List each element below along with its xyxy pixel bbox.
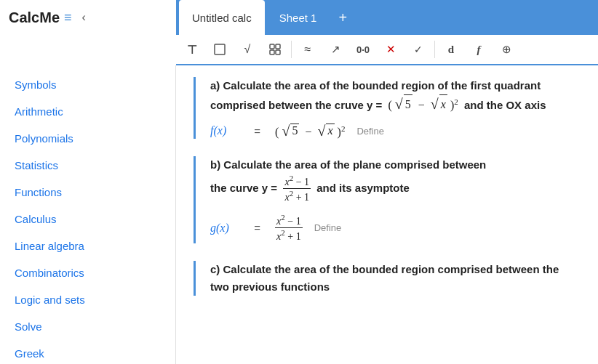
logo-text: CalcMe (9, 9, 60, 26)
func-a-name: f(x) (210, 124, 239, 137)
fraction-mode-button[interactable] (262, 37, 288, 62)
toolbar-separator-1 (291, 41, 292, 58)
sidebar-item-solve[interactable]: Solve (0, 313, 175, 340)
logo-icon: ≡ (64, 10, 72, 25)
problem-b-text: b) Calculate the area of the plane compr… (210, 156, 581, 204)
sidebar: Symbols Arithmetic Polynomials Statistic… (0, 65, 176, 364)
matrix-mode-button[interactable]: 0·0 (350, 37, 376, 62)
svg-rect-0 (215, 44, 225, 54)
problem-block-c: c) Calculate the area of the bounded reg… (194, 261, 581, 296)
check-mode-button[interactable]: ✓ (405, 37, 431, 62)
problem-a-math: ( √5 − √x )2 (386, 99, 461, 111)
sidebar-item-logic-sets[interactable]: Logic and sets (0, 286, 175, 313)
derivative-mode-button[interactable]: d (438, 37, 464, 62)
func-b-define[interactable]: Define (314, 222, 342, 233)
tilde-mode-button[interactable]: ≈ (295, 37, 321, 62)
func-a-expr: ( √5 − √x )2 (275, 124, 345, 139)
collapse-button[interactable]: ‹ (76, 8, 92, 27)
func-b-expr: x2 − 1 x2 + 1 (275, 213, 303, 243)
app-header: CalcMe ≡ ‹ Untitled calc Sheet 1 + (0, 0, 598, 35)
math-mode-button[interactable] (207, 37, 233, 62)
sidebar-item-calculus[interactable]: Calculus (0, 206, 175, 232)
sidebar-item-polynomials[interactable]: Polynomials (0, 125, 175, 152)
special-mode-button[interactable]: ⊕ (493, 37, 519, 62)
problem-block-a: a) Calculate the area of the bounded reg… (194, 77, 581, 139)
problem-c-text: c) Calculate the area of the bounded reg… (210, 261, 581, 296)
toolbar: ⊤ √ ≈ ↗ 0·0 ✕ ✓ d f ⊕ (176, 35, 598, 65)
func-a-eq: = (251, 125, 263, 137)
arrow-mode-button[interactable]: ↗ (322, 37, 348, 62)
svg-rect-3 (270, 50, 274, 54)
problem-a-text: a) Calculate the area of the bounded reg… (210, 77, 581, 115)
svg-rect-1 (270, 44, 274, 49)
sidebar-item-greek[interactable]: Greek (0, 340, 175, 364)
function-mode-button[interactable]: f (466, 37, 492, 62)
logo-area: CalcMe ≡ ‹ (0, 0, 176, 35)
content-area: a) Calculate the area of the bounded reg… (176, 65, 598, 364)
content-inner: a) Calculate the area of the bounded reg… (176, 65, 598, 331)
func-b-eq: = (251, 222, 263, 234)
main-layout: Symbols Arithmetic Polynomials Statistic… (0, 65, 598, 364)
sidebar-item-functions[interactable]: Functions (0, 179, 175, 206)
sidebar-item-statistics[interactable]: Statistics (0, 152, 175, 179)
tab-untitled-calc[interactable]: Untitled calc (179, 0, 265, 35)
sidebar-item-combinatorics[interactable]: Combinatorics (0, 259, 175, 286)
function-b-line: g(x) = x2 − 1 x2 + 1 Define (210, 213, 581, 243)
text-mode-button[interactable]: ⊤ (179, 37, 205, 62)
func-a-define[interactable]: Define (356, 126, 384, 137)
add-tab-button[interactable]: + (331, 10, 354, 25)
svg-rect-2 (276, 44, 280, 49)
func-b-name: g(x) (210, 222, 239, 235)
toolbar-separator-2 (434, 41, 435, 58)
sqrt-mode-button[interactable]: √ (234, 37, 260, 62)
svg-rect-4 (276, 50, 280, 54)
tab-sheet1[interactable]: Sheet 1 (266, 0, 330, 35)
function-a-line: f(x) = ( √5 − √x )2 Define (210, 124, 581, 139)
sidebar-item-symbols[interactable]: Symbols (0, 71, 175, 98)
problem-block-b: b) Calculate the area of the plane compr… (194, 156, 581, 243)
problem-b-math: x2 − 1 x2 + 1 (283, 182, 314, 194)
cross-mode-button[interactable]: ✕ (378, 37, 404, 62)
sidebar-item-arithmetic[interactable]: Arithmetic (0, 98, 175, 125)
tab-bar: Untitled calc Sheet 1 + (176, 0, 598, 35)
sidebar-item-linear-algebra[interactable]: Linear algebra (0, 232, 175, 259)
